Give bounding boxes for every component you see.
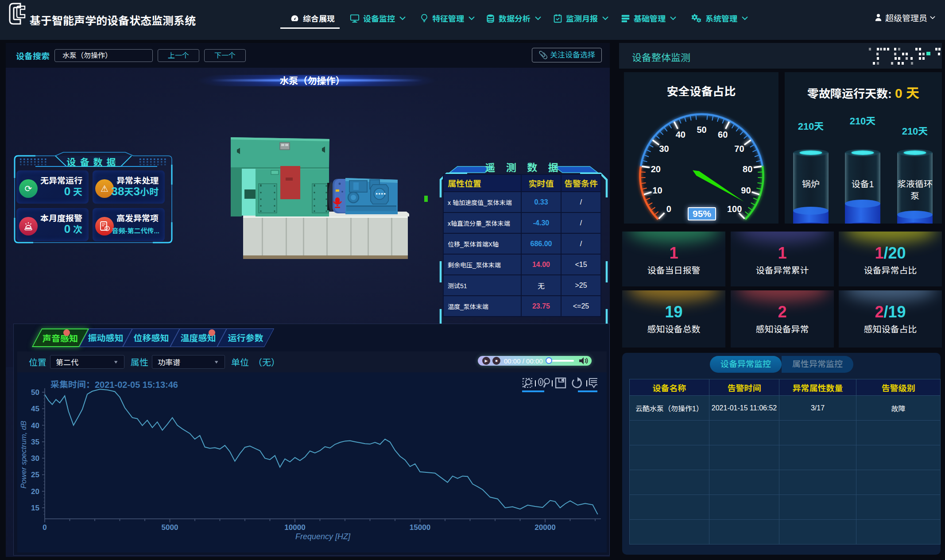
svg-text:30: 30: [31, 454, 39, 463]
svg-text:0: 0: [666, 204, 671, 214]
svg-text:45: 45: [31, 405, 39, 413]
svg-text:Power spectrum, dB: Power spectrum, dB: [19, 421, 28, 488]
svg-text:90: 90: [741, 185, 751, 195]
svg-text:Frequency [HZ]: Frequency [HZ]: [295, 532, 351, 541]
svg-text:0: 0: [43, 523, 46, 532]
svg-text:60: 60: [718, 130, 728, 139]
svg-text:10000: 10000: [284, 523, 305, 532]
svg-text:30: 30: [659, 144, 669, 154]
svg-text:20000: 20000: [534, 523, 555, 532]
svg-text:100: 100: [727, 204, 742, 214]
svg-text:20: 20: [651, 164, 661, 174]
svg-text:10: 10: [652, 185, 662, 195]
svg-text:15: 15: [31, 504, 39, 512]
svg-text:70: 70: [734, 144, 744, 154]
svg-text:40: 40: [676, 130, 686, 139]
svg-text:5000: 5000: [162, 523, 178, 532]
svg-text:15000: 15000: [410, 523, 430, 532]
svg-text:25: 25: [31, 471, 39, 479]
svg-text:40: 40: [31, 421, 39, 430]
svg-text:50: 50: [697, 125, 706, 135]
svg-text:20: 20: [31, 487, 39, 496]
svg-text:80: 80: [743, 164, 752, 174]
svg-text:35: 35: [31, 438, 39, 446]
svg-text:50: 50: [31, 388, 39, 397]
